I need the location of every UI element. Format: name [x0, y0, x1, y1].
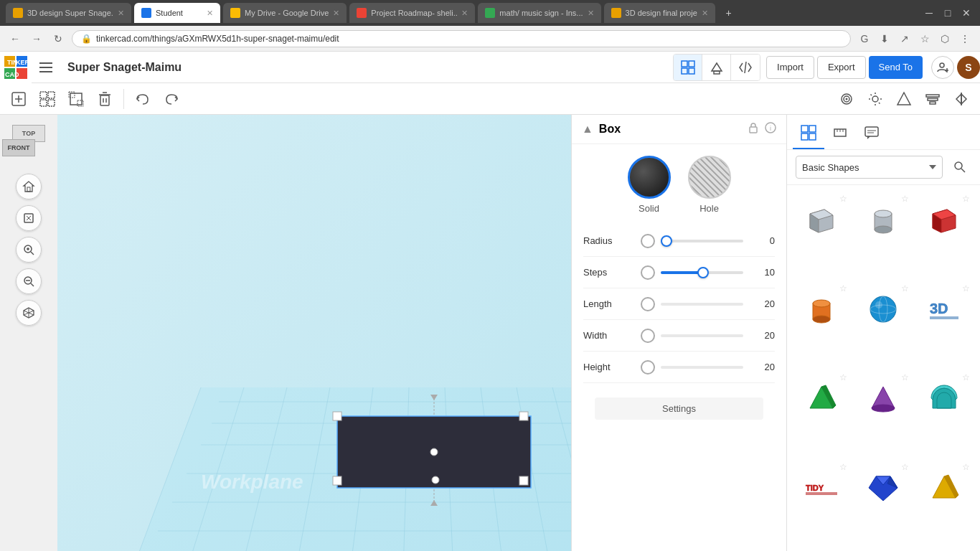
hamburger-menu-button[interactable] — [33, 55, 59, 80]
shape-button[interactable] — [891, 86, 917, 112]
bookmark-icon[interactable]: ☆ — [917, 31, 933, 47]
shape-item-pyramid-yellow[interactable]: ☆ — [915, 459, 973, 517]
solid-option[interactable]: Solid — [628, 156, 671, 214]
undo-button[interactable] — [130, 86, 156, 112]
group-button[interactable] — [34, 86, 60, 112]
length-slider[interactable] — [661, 303, 743, 306]
back-button[interactable]: ← — [7, 31, 23, 47]
ungroup-button[interactable] — [63, 86, 89, 112]
menu-icon[interactable]: ⋮ — [957, 31, 973, 47]
user-avatar[interactable]: S — [957, 56, 980, 79]
radius-slider[interactable] — [661, 240, 743, 242]
export-button[interactable]: Export — [817, 56, 866, 79]
code-view-button[interactable] — [731, 55, 760, 80]
tab-close-2[interactable]: ✕ — [207, 9, 213, 18]
tab-2[interactable]: Student ✕ — [134, 3, 220, 23]
shape-star-cylinder-orange[interactable]: ☆ — [839, 283, 847, 293]
shape-star-text-red[interactable]: ☆ — [839, 462, 847, 472]
3d-viewport[interactable]: Workplane Snap Grid 1.0 mm ▲▼ ▲ Box — [57, 115, 786, 551]
tab-6[interactable]: 3D design final project... ✕ — [604, 3, 715, 23]
download-icon[interactable]: ⬇ — [877, 31, 892, 47]
shape-star-diamond[interactable]: ☆ — [901, 462, 909, 472]
shape-star-cone-purple[interactable]: ☆ — [901, 372, 909, 382]
tab-grid[interactable] — [793, 118, 824, 149]
hole-option[interactable]: Hole — [688, 156, 731, 214]
forward-button[interactable]: → — [29, 31, 44, 47]
tab-ruler[interactable] — [824, 118, 856, 149]
build-view-button[interactable] — [702, 55, 731, 80]
close-window-button[interactable]: ✕ — [958, 5, 974, 21]
lock-icon[interactable] — [748, 122, 759, 136]
shape-item-cylinder[interactable]: ☆ — [854, 191, 912, 248]
tab-close-5[interactable]: ✕ — [588, 9, 594, 18]
tab-4[interactable]: Project Roadmap- sheli... ✕ — [349, 3, 475, 23]
redo-button[interactable] — [159, 86, 184, 112]
search-button[interactable] — [948, 156, 971, 179]
settings-button[interactable]: Settings — [595, 397, 763, 420]
zoom-in-button[interactable] — [16, 237, 42, 263]
align-button[interactable] — [920, 86, 946, 112]
minimize-button[interactable]: ─ — [921, 5, 937, 21]
shape-item-sphere[interactable]: ☆ — [854, 281, 912, 338]
shape-item-arch[interactable]: ☆ — [915, 369, 973, 427]
tab-close-3[interactable]: ✕ — [333, 9, 339, 18]
shape-item-cone-purple[interactable]: ☆ — [854, 369, 912, 427]
refresh-button[interactable]: ↻ — [50, 31, 66, 47]
tinkercad-logo[interactable]: TIN KER CAD — [0, 52, 32, 83]
grid-view-button[interactable] — [674, 55, 702, 80]
collapse-panel-button[interactable]: ▲ — [582, 123, 593, 136]
fit-view-button[interactable] — [16, 205, 42, 231]
width-slider[interactable] — [661, 334, 743, 337]
category-select[interactable]: Basic Shapes — [796, 156, 943, 179]
3d-object-container[interactable] — [323, 395, 545, 512]
shape-star-sphere[interactable]: ☆ — [901, 283, 909, 293]
home-view-button[interactable] — [16, 174, 42, 199]
shape-item-pyramid-green[interactable]: ☆ — [793, 369, 850, 427]
tab-close-4[interactable]: ✕ — [461, 9, 468, 18]
view-cube[interactable]: TOP FRONT — [2, 125, 55, 168]
tab-5[interactable]: math/ music sign - Ins... ✕ — [478, 3, 600, 23]
mirror-button[interactable] — [948, 86, 974, 112]
shape-star-box[interactable]: ☆ — [839, 194, 847, 204]
info-icon[interactable]: i — [765, 122, 776, 136]
shape-item-diamond[interactable]: ☆ — [854, 459, 912, 517]
share-icon[interactable]: ↗ — [897, 31, 913, 47]
radius-thumb[interactable] — [661, 235, 672, 247]
camera-button[interactable] — [834, 86, 859, 112]
shape-star-pyramid-yellow[interactable]: ☆ — [962, 462, 970, 472]
delete-button[interactable] — [92, 86, 118, 112]
shape-star-cylinder[interactable]: ☆ — [901, 194, 909, 204]
3d-view-button[interactable] — [16, 300, 42, 326]
radius-radio[interactable] — [641, 234, 655, 248]
steps-thumb[interactable] — [697, 267, 709, 278]
tab-1[interactable]: 3D design Super Snage... ✕ — [6, 3, 131, 23]
shape-item-cylinder-orange[interactable]: ☆ — [793, 281, 850, 338]
shape-star-cube-red[interactable]: ☆ — [962, 194, 970, 204]
view-front[interactable]: FRONT — [2, 139, 35, 156]
length-radio[interactable] — [641, 297, 655, 311]
shape-item-box[interactable]: ☆ — [793, 191, 850, 248]
height-radio[interactable] — [641, 360, 655, 375]
height-slider[interactable] — [661, 366, 743, 369]
tab-3[interactable]: My Drive - Google Drive ✕ — [223, 3, 347, 23]
address-bar[interactable]: 🔒 tinkercad.com/things/aGXmRWX5d1h-super… — [72, 30, 851, 47]
tab-close-6[interactable]: ✕ — [702, 9, 708, 18]
maximize-button[interactable]: □ — [940, 5, 956, 21]
shape-star-pyramid-green[interactable]: ☆ — [839, 372, 847, 382]
new-tab-button[interactable]: + — [721, 5, 737, 21]
steps-radio[interactable] — [641, 265, 655, 280]
send-to-button[interactable]: Send To — [869, 56, 923, 79]
shape-star-arch[interactable]: ☆ — [962, 372, 970, 382]
add-user-button[interactable] — [931, 56, 954, 79]
google-account-icon[interactable]: G — [857, 31, 872, 47]
light-button[interactable] — [862, 86, 888, 112]
shape-item-text-red[interactable]: ☆ TIDY — [793, 459, 850, 517]
zoom-out-button[interactable] — [16, 268, 42, 294]
shape-star-text[interactable]: ☆ — [962, 283, 970, 293]
tab-close-1[interactable]: ✕ — [118, 9, 124, 18]
shape-item-text[interactable]: ☆ 3D — [915, 281, 973, 338]
import-button[interactable]: Import — [766, 56, 814, 79]
extensions-icon[interactable]: ⬡ — [937, 31, 953, 47]
steps-slider[interactable] — [661, 271, 743, 274]
tab-comment[interactable] — [856, 118, 887, 149]
